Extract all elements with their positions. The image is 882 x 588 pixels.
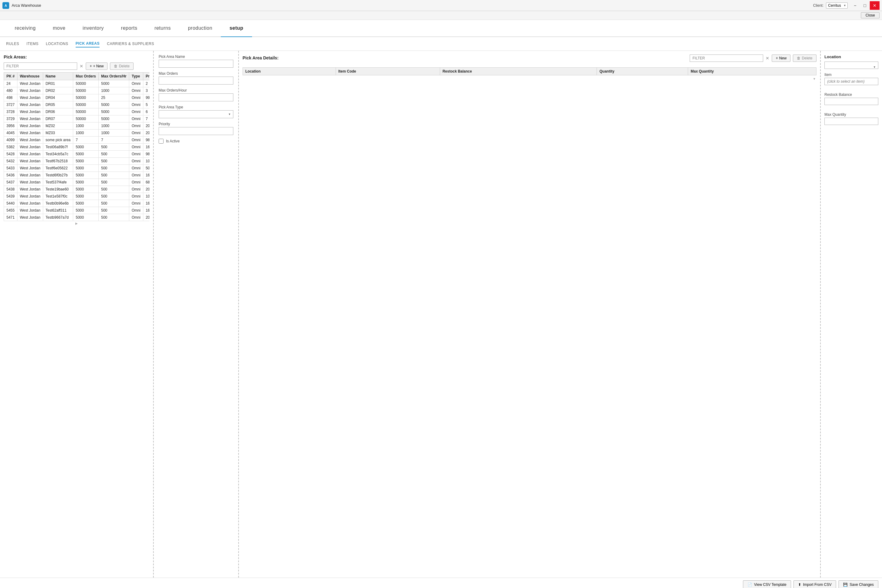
maximize-button[interactable]: □ — [860, 1, 870, 10]
import-csv-label: Import From CSV — [803, 582, 831, 587]
view-csv-label: View CSV Template — [754, 582, 786, 587]
close-bar-button[interactable]: Close — [861, 12, 879, 18]
table-row[interactable]: 5382West JordanTest06a89b7f5000500Omni16… — [4, 144, 150, 151]
nav-receiving[interactable]: receiving — [6, 20, 44, 36]
restock-balance-label: Restock Balance — [824, 93, 878, 97]
far-right-panel: Location Item Restock Balance Max Quanti… — [821, 51, 882, 578]
nav-production[interactable]: production — [180, 20, 221, 36]
col-max-orders: Max Orders — [73, 73, 99, 80]
details-scroll-down: ▼ — [812, 76, 816, 81]
scroll-right-indicator: ▶ — [4, 221, 150, 226]
is-active-row: Is Active — [159, 139, 233, 144]
table-row[interactable]: 4045West JordanMZ0310001000Omni202 — [4, 129, 150, 136]
table-row[interactable]: 3727West JordanDR05500005000Omni5 — [4, 101, 150, 108]
details-new-button[interactable]: + New — [772, 54, 790, 62]
table-row[interactable]: 5428West JordanTest34cb5a7c5000500Omni98… — [4, 151, 150, 158]
save-changes-button[interactable]: 💾 Save Changes — [838, 580, 878, 588]
table-row[interactable]: 5432West JordanTestf67b25185000500Omni10… — [4, 158, 150, 165]
pick-area-type-select[interactable]: Omni — [159, 110, 233, 118]
table-row[interactable]: 24West JordanDR01500005000Omni2 — [4, 80, 150, 87]
restock-balance-input[interactable] — [824, 98, 878, 105]
details-filter-clear[interactable]: ✕ — [766, 56, 769, 61]
max-orders-input[interactable] — [159, 76, 233, 84]
far-right-max-qty-group: Max Quantity — [824, 112, 878, 129]
details-delete-button[interactable]: 🗑 Delete — [793, 54, 816, 62]
is-active-label: Is Active — [166, 139, 180, 143]
table-row[interactable]: 5438West JordanTeste19bae605000500Omni20… — [4, 186, 150, 193]
client-select-wrapper: Cerritus — [826, 3, 848, 9]
col-warehouse: Warehouse — [17, 73, 43, 80]
pick-areas-table-wrapper: PK # Warehouse Name Max Orders Max Order… — [4, 72, 150, 574]
table-row[interactable]: 5471West JordanTestb9667a7d5000500Omni20… — [4, 214, 150, 221]
col-name: Name — [43, 73, 73, 80]
right-panel: Pick Area Details: ✕ + New 🗑 Delete Loca… — [239, 51, 821, 578]
table-row[interactable]: 3728West JordanDR06500005000Omni6 — [4, 108, 150, 116]
table-row[interactable]: 5436West JordanTestd6f0b27b5000500Omni16… — [4, 172, 150, 179]
max-quantity-input[interactable] — [824, 118, 878, 125]
max-quantity-label: Max Quantity — [824, 112, 878, 117]
table-row[interactable]: 5439West JordanTest1e587f0c5000500Omni10… — [4, 193, 150, 200]
is-active-checkbox[interactable] — [159, 139, 164, 144]
table-row[interactable]: 3729West JordanDR07500005000Omni7 — [4, 116, 150, 123]
details-plus-icon: + — [776, 56, 778, 60]
table-row[interactable]: 3956West JordanMZ0210001000Omni201 — [4, 123, 150, 129]
table-row[interactable]: 5437West JordanTest537f4afe5000500Omni68… — [4, 179, 150, 186]
table-row[interactable]: 5433West JordanTestf6e056225000500Omni50… — [4, 165, 150, 172]
details-filter-input[interactable] — [690, 54, 763, 62]
nav-inventory[interactable]: inventory — [74, 20, 112, 36]
pick-areas-delete-button[interactable]: 🗑 Delete — [110, 63, 134, 70]
pick-area-type-label: Pick Area Type — [159, 105, 233, 110]
app-icon: A — [3, 2, 9, 9]
import-icon: ⬆ — [798, 582, 801, 587]
details-filter-row: ✕ + New 🗑 Delete — [690, 54, 816, 62]
nav-reports[interactable]: reports — [112, 20, 146, 36]
max-orders-label: Max Orders — [159, 71, 233, 76]
sub-nav-pick-areas[interactable]: PICK AREAS — [76, 40, 100, 48]
sub-nav-locations[interactable]: LOCATIONS — [46, 40, 68, 47]
window-close-button[interactable]: ✕ — [870, 1, 879, 10]
details-title: Pick Area Details: — [243, 56, 279, 60]
close-bar: Close — [0, 11, 882, 20]
far-right-restock-group: Restock Balance — [824, 93, 878, 109]
form-group-max-orders: Max Orders — [159, 71, 233, 84]
mid-panel: Pick Area Name Max Orders Max Orders/Hou… — [153, 51, 239, 578]
import-from-csv-button[interactable]: ⬆ Import From CSV — [794, 580, 836, 588]
plus-icon: + — [90, 64, 92, 68]
trash-icon: 🗑 — [114, 64, 118, 68]
pick-area-name-input[interactable] — [159, 60, 233, 68]
client-select[interactable]: Cerritus — [826, 3, 848, 9]
form-group-name: Pick Area Name — [159, 54, 233, 68]
sub-nav: RULES ITEMS LOCATIONS PICK AREAS CARRIER… — [0, 37, 882, 51]
details-delete-label: Delete — [802, 56, 813, 60]
pick-areas-filter-clear[interactable]: ✕ — [80, 64, 83, 69]
priority-input[interactable] — [159, 127, 233, 135]
filter-row: ✕ + + New 🗑 Delete — [4, 63, 150, 70]
csv-icon: 📄 — [747, 582, 752, 587]
nav-bar: receiving move inventory reports returns… — [0, 20, 882, 37]
details-col-restock-balance: Restock Balance — [440, 68, 597, 75]
pick-areas-new-button[interactable]: + + New — [86, 63, 108, 70]
max-orders-hour-input[interactable] — [159, 93, 233, 101]
item-input[interactable] — [824, 78, 878, 85]
sub-nav-carriers-suppliers[interactable]: CARRIERS & SUPPLIERS — [107, 40, 154, 47]
nav-move[interactable]: move — [44, 20, 74, 36]
pick-areas-table: PK # Warehouse Name Max Orders Max Order… — [4, 72, 150, 221]
minimize-button[interactable]: − — [850, 1, 860, 10]
sub-nav-items[interactable]: ITEMS — [27, 40, 39, 47]
details-trash-icon: 🗑 — [797, 56, 801, 60]
table-row[interactable]: 5440West JordanTestb0b96e6b5000500Omni16… — [4, 200, 150, 207]
window-controls: − □ ✕ — [850, 1, 879, 10]
location-select[interactable] — [824, 62, 878, 69]
table-row[interactable]: 5455West JordanTest62aff3115000500Omni16… — [4, 207, 150, 214]
table-row[interactable]: 480West JordanDR02500001000Omni3 — [4, 87, 150, 94]
sub-nav-rules[interactable]: RULES — [6, 40, 19, 47]
titlebar-left: A Arca Warehouse — [3, 2, 41, 9]
pick-area-name-label: Pick Area Name — [159, 54, 233, 59]
new-label: + New — [93, 64, 104, 68]
view-csv-template-button[interactable]: 📄 View CSV Template — [743, 580, 791, 588]
nav-returns[interactable]: returns — [146, 20, 179, 36]
table-row[interactable]: 4099West Jordansome pick area77Omni98765 — [4, 136, 150, 144]
nav-setup[interactable]: setup — [221, 20, 252, 37]
table-row[interactable]: 498West JordanDR045000025Omni99 — [4, 94, 150, 101]
pick-areas-filter-input[interactable] — [4, 63, 77, 70]
